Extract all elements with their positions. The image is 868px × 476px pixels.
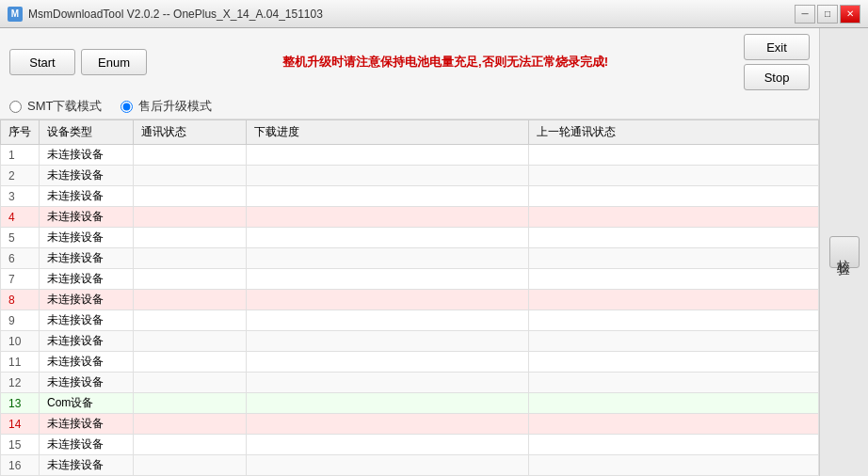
table-row: 3未连接设备 bbox=[1, 186, 819, 207]
cell-device-type: 未连接设备 bbox=[40, 331, 134, 352]
table-row: 14未连接设备 bbox=[1, 414, 819, 435]
maximize-button[interactable]: □ bbox=[817, 5, 838, 24]
start-button[interactable]: Start bbox=[9, 49, 75, 75]
app-icon: M bbox=[8, 7, 23, 22]
cell-id: 15 bbox=[1, 435, 40, 455]
cell-id: 16 bbox=[1, 455, 40, 476]
cell-comm-status bbox=[134, 228, 247, 248]
cell-download-progress bbox=[247, 228, 529, 248]
cell-comm-status bbox=[134, 435, 247, 455]
cell-comm-status bbox=[134, 186, 247, 207]
right-action-group: Exit Stop bbox=[744, 34, 810, 90]
window-controls: ─ □ ✕ bbox=[795, 5, 860, 24]
cell-device-type: 未连接设备 bbox=[40, 373, 134, 393]
cell-device-type: 未连接设备 bbox=[40, 186, 134, 207]
col-header-last-comm: 上一轮通讯状态 bbox=[529, 120, 819, 145]
cell-comm-status bbox=[134, 310, 247, 331]
device-table: 序号 设备类型 通讯状态 下载进度 上一轮通讯状态 1未连接设备2未连接设备3未… bbox=[0, 119, 819, 476]
cell-comm-status bbox=[134, 331, 247, 352]
cell-device-type: 未连接设备 bbox=[40, 352, 134, 373]
cell-device-type: 未连接设备 bbox=[40, 310, 134, 331]
cell-device-type: 未连接设备 bbox=[40, 248, 134, 269]
cell-download-progress bbox=[247, 166, 529, 186]
cell-id: 3 bbox=[1, 186, 40, 207]
table-header-row: 序号 设备类型 通讯状态 下载进度 上一轮通讯状态 bbox=[1, 120, 819, 145]
close-button[interactable]: ✕ bbox=[840, 5, 860, 24]
window-title: MsmDownloadTool V2.0.2 -- OnePlus_X_14_A… bbox=[28, 8, 795, 21]
smt-mode-group: SMT下载模式 bbox=[9, 98, 102, 115]
cell-id: 14 bbox=[1, 414, 40, 435]
cell-device-type: 未连接设备 bbox=[40, 414, 134, 435]
cell-device-type: Com设备 bbox=[40, 393, 134, 414]
title-bar: M MsmDownloadTool V2.0.2 -- OnePlus_X_14… bbox=[0, 0, 868, 28]
main-area: Start Enum 整机升级时请注意保持电池电量充足,否则无法正常烧录完成! … bbox=[0, 28, 868, 476]
header-section: Start Enum 整机升级时请注意保持电池电量充足,否则无法正常烧录完成! … bbox=[0, 28, 819, 119]
smt-label[interactable]: SMT下载模式 bbox=[27, 98, 102, 115]
table-row: 4未连接设备 bbox=[1, 207, 819, 228]
cell-device-type: 未连接设备 bbox=[40, 269, 134, 290]
cell-last-comm-status bbox=[529, 290, 819, 310]
enum-button[interactable]: Enum bbox=[81, 49, 147, 75]
cell-id: 5 bbox=[1, 228, 40, 248]
cell-last-comm-status bbox=[529, 207, 819, 228]
cell-download-progress bbox=[247, 145, 529, 166]
cell-last-comm-status bbox=[529, 269, 819, 290]
smt-radio[interactable] bbox=[9, 101, 22, 113]
cell-device-type: 未连接设备 bbox=[40, 435, 134, 455]
cell-comm-status bbox=[134, 455, 247, 476]
cell-id: 9 bbox=[1, 310, 40, 331]
table-row: 9未连接设备 bbox=[1, 310, 819, 331]
cell-download-progress bbox=[247, 186, 529, 207]
cell-comm-status bbox=[134, 414, 247, 435]
cell-download-progress bbox=[247, 269, 529, 290]
cell-device-type: 未连接设备 bbox=[40, 166, 134, 186]
toolbar-row: Start Enum 整机升级时请注意保持电池电量充足,否则无法正常烧录完成! … bbox=[0, 28, 819, 94]
minimize-button[interactable]: ─ bbox=[795, 5, 815, 24]
col-header-device-type: 设备类型 bbox=[40, 120, 134, 145]
cell-comm-status bbox=[134, 352, 247, 373]
col-header-id: 序号 bbox=[1, 120, 40, 145]
cell-device-type: 未连接设备 bbox=[40, 290, 134, 310]
table-row: 15未连接设备 bbox=[1, 435, 819, 455]
cell-last-comm-status bbox=[529, 331, 819, 352]
cell-id: 1 bbox=[1, 145, 40, 166]
cell-id: 7 bbox=[1, 269, 40, 290]
cell-download-progress bbox=[247, 352, 529, 373]
table-row: 11未连接设备 bbox=[1, 352, 819, 373]
table-row: 8未连接设备 bbox=[1, 290, 819, 310]
right-panel: 校验 bbox=[819, 28, 868, 476]
cell-id: 8 bbox=[1, 290, 40, 310]
table-row: 6未连接设备 bbox=[1, 248, 819, 269]
cell-download-progress bbox=[247, 393, 529, 414]
cell-id: 6 bbox=[1, 248, 40, 269]
aftersale-radio[interactable] bbox=[121, 101, 133, 113]
stop-button[interactable]: Stop bbox=[744, 64, 810, 90]
cell-comm-status bbox=[134, 373, 247, 393]
cell-comm-status bbox=[134, 269, 247, 290]
cell-id: 10 bbox=[1, 331, 40, 352]
exit-button[interactable]: Exit bbox=[744, 34, 810, 60]
col-header-comm-status: 通讯状态 bbox=[134, 120, 247, 145]
cell-last-comm-status bbox=[529, 228, 819, 248]
cell-comm-status bbox=[134, 393, 247, 414]
cell-download-progress bbox=[247, 414, 529, 435]
cell-last-comm-status bbox=[529, 455, 819, 476]
cell-download-progress bbox=[247, 290, 529, 310]
cell-device-type: 未连接设备 bbox=[40, 455, 134, 476]
table-row: 1未连接设备 bbox=[1, 145, 819, 166]
table-row: 16未连接设备 bbox=[1, 455, 819, 476]
table-row: 12未连接设备 bbox=[1, 373, 819, 393]
cell-last-comm-status bbox=[529, 248, 819, 269]
table-row: 2未连接设备 bbox=[1, 166, 819, 186]
cell-comm-status bbox=[134, 145, 247, 166]
cell-download-progress bbox=[247, 435, 529, 455]
cell-comm-status bbox=[134, 248, 247, 269]
mode-row: SMT下载模式 售后升级模式 bbox=[0, 94, 819, 119]
cell-download-progress bbox=[247, 248, 529, 269]
col-header-download-progress: 下载进度 bbox=[247, 120, 529, 145]
aftersale-label[interactable]: 售后升级模式 bbox=[138, 98, 212, 115]
cell-device-type: 未连接设备 bbox=[40, 207, 134, 228]
cell-comm-status bbox=[134, 166, 247, 186]
verify-button[interactable]: 校验 bbox=[829, 236, 860, 268]
cell-id: 12 bbox=[1, 373, 40, 393]
